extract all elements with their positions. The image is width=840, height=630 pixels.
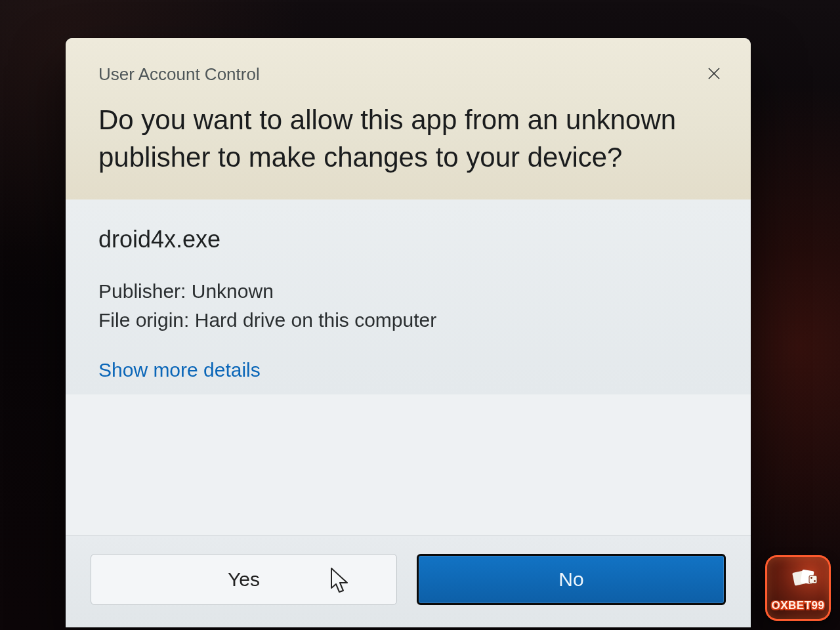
publisher-value: Unknown xyxy=(192,280,274,302)
dialog-title: User Account Control xyxy=(98,64,718,85)
no-button-label: No xyxy=(558,568,583,591)
file-origin-line: File origin: Hard drive on this computer xyxy=(98,306,718,335)
publisher-label: Publisher: xyxy=(98,280,186,302)
file-origin-label: File origin: xyxy=(98,309,189,331)
close-button[interactable] xyxy=(701,62,727,88)
watermark-label: OXBET99 xyxy=(772,599,825,612)
yes-button[interactable]: Yes xyxy=(91,554,397,605)
dialog-heading: Do you want to allow this app from an un… xyxy=(98,102,702,176)
yes-button-label: Yes xyxy=(228,568,260,591)
watermark-badge: OXBET99 xyxy=(765,555,831,621)
no-button[interactable]: No xyxy=(417,554,726,605)
publisher-line: Publisher: Unknown xyxy=(98,277,718,306)
dialog-header: User Account Control Do you want to allo… xyxy=(66,38,751,200)
svg-point-6 xyxy=(810,577,812,579)
show-more-details-link[interactable]: Show more details xyxy=(98,359,261,381)
uac-dialog: User Account Control Do you want to allo… xyxy=(66,38,751,627)
svg-rect-5 xyxy=(809,576,817,583)
file-origin-value: Hard drive on this computer xyxy=(195,309,437,331)
svg-point-7 xyxy=(814,580,816,582)
dialog-body: droid4x.exe Publisher: Unknown File orig… xyxy=(66,200,751,394)
cards-dice-icon xyxy=(792,568,818,586)
program-name: droid4x.exe xyxy=(98,226,718,253)
dialog-button-row: Yes No xyxy=(66,535,751,627)
close-icon xyxy=(706,66,722,84)
